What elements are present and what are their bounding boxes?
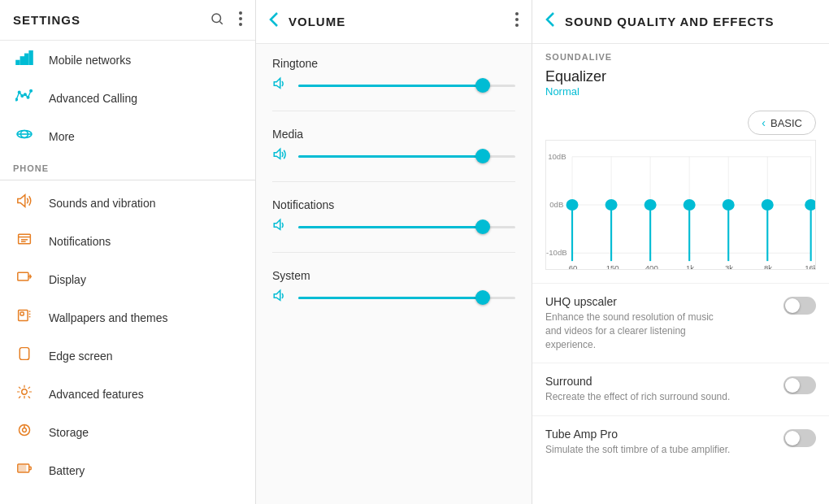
sidebar-item-wallpapers[interactable]: Wallpapers and themes <box>0 298 255 337</box>
more-options-button[interactable] <box>239 11 242 28</box>
header-icons <box>210 11 242 28</box>
sidebar-item-mobile-networks[interactable]: Mobile networks <box>0 41 255 79</box>
svg-text:0dB: 0dB <box>549 201 563 209</box>
svg-text:-10dB: -10dB <box>546 250 567 258</box>
advanced-calling-label: Advanced Calling <box>49 92 137 105</box>
right-panel: SOUND QUALITY AND EFFECTS SOUNDALIVE Equ… <box>532 0 829 504</box>
volume-title: VOLUME <box>289 15 506 28</box>
display-label: Display <box>49 273 86 286</box>
volume-section: Ringtone Media <box>256 44 532 336</box>
tube-amp-title: Tube Amp Pro <box>545 428 730 441</box>
svg-rect-8 <box>29 51 33 65</box>
ringtone-label: Ringtone <box>272 57 515 70</box>
sidebar-item-battery[interactable]: Battery <box>0 451 255 489</box>
svg-point-0 <box>212 14 221 23</box>
system-slider[interactable] <box>298 289 515 306</box>
svg-point-14 <box>15 98 17 101</box>
notifications-volume-item: Notifications <box>272 198 515 236</box>
svg-rect-24 <box>19 234 31 243</box>
sidebar-item-more[interactable]: More <box>0 117 255 155</box>
sound-quality-back-button[interactable] <box>545 11 555 32</box>
volume-more-button[interactable] <box>515 12 519 31</box>
svg-line-1 <box>219 21 222 24</box>
soundalive-label: SOUNDALIVE <box>532 44 829 65</box>
left-panel: SETTINGS Mobile networks <box>0 0 256 504</box>
sounds-vibration-icon <box>13 193 36 212</box>
svg-marker-49 <box>274 149 280 159</box>
notifications-slider[interactable] <box>298 219 515 235</box>
svg-marker-23 <box>18 195 25 207</box>
eq-chart-svg: 10dB 0dB -10dB 60 150 400 1k 3k <box>546 141 815 269</box>
svg-marker-48 <box>274 78 280 88</box>
sounds-vibration-label: Sounds and vibration <box>49 197 156 210</box>
uhq-text: UHQ upscaler Enhance the sound resolutio… <box>545 295 732 351</box>
svg-point-46 <box>515 18 519 21</box>
media-label: Media <box>272 128 515 141</box>
svg-text:10dB: 10dB <box>548 153 566 161</box>
media-slider[interactable] <box>298 148 515 164</box>
svg-point-78 <box>723 199 735 211</box>
svg-text:1k: 1k <box>686 264 695 269</box>
svg-rect-7 <box>25 54 28 66</box>
svg-point-17 <box>24 93 27 96</box>
svg-text:16k: 16k <box>805 264 815 269</box>
tube-amp-toggle[interactable] <box>783 429 816 447</box>
media-volume-item: Media <box>272 128 515 165</box>
system-volume-item: System <box>272 269 515 306</box>
svg-text:400: 400 <box>645 264 658 269</box>
ringtone-volume-item: Ringtone <box>272 57 515 94</box>
svg-marker-50 <box>274 219 280 229</box>
battery-label: Battery <box>49 464 85 477</box>
svg-point-66 <box>566 199 579 211</box>
surround-text: Surround Recreate the effect of rich sur… <box>545 375 730 404</box>
advanced-features-label: Advanced features <box>49 388 144 401</box>
notifications-label: Notifications <box>49 235 111 248</box>
sidebar-item-sounds-vibration[interactable]: Sounds and vibration <box>0 184 255 222</box>
svg-point-2 <box>239 11 242 15</box>
surround-item: Surround Recreate the effect of rich sur… <box>532 363 829 415</box>
svg-point-16 <box>21 95 24 98</box>
storage-label: Storage <box>49 426 89 439</box>
svg-point-3 <box>239 17 242 20</box>
sidebar-item-advanced-features[interactable]: Advanced features <box>0 375 255 413</box>
sidebar-item-storage[interactable]: Storage <box>0 413 255 451</box>
sidebar-item-display[interactable]: Display <box>0 260 255 298</box>
surround-toggle[interactable] <box>783 376 816 394</box>
svg-point-18 <box>27 96 29 98</box>
wallpapers-label: Wallpapers and themes <box>49 311 168 324</box>
media-row <box>272 147 515 165</box>
ringtone-slider[interactable] <box>298 77 515 93</box>
svg-text:3k: 3k <box>725 264 734 269</box>
section-divider <box>0 180 255 180</box>
sidebar-item-advanced-calling[interactable]: Advanced Calling <box>0 79 255 117</box>
svg-rect-44 <box>19 466 25 471</box>
sidebar-item-notifications[interactable]: Notifications <box>0 222 255 260</box>
more-icon <box>13 127 36 146</box>
basic-btn-row: ‹ BASIC <box>532 106 829 140</box>
svg-text:150: 150 <box>606 264 619 269</box>
media-icon <box>272 147 290 165</box>
settings-title: SETTINGS <box>13 13 80 27</box>
svg-point-38 <box>23 428 27 432</box>
volume-back-button[interactable] <box>269 11 279 32</box>
uhq-toggle[interactable] <box>783 297 816 315</box>
mobile-networks-label: Mobile networks <box>49 54 131 67</box>
more-label: More <box>49 130 75 143</box>
display-icon <box>13 270 36 289</box>
sidebar-item-edge-screen[interactable]: Edge screen <box>0 337 255 375</box>
system-label: System <box>272 269 515 282</box>
equalizer-section: Equalizer Normal <box>532 65 829 106</box>
basic-label: BASIC <box>770 117 802 129</box>
edge-screen-label: Edge screen <box>49 350 113 363</box>
eq-chart: 10dB 0dB -10dB 60 150 400 1k 3k <box>545 140 816 270</box>
equalizer-subtitle: Normal <box>545 85 816 98</box>
svg-rect-6 <box>21 57 24 65</box>
tube-amp-desc: Simulate the soft timbre of a tube ampli… <box>545 443 730 457</box>
basic-button[interactable]: ‹ BASIC <box>748 111 816 135</box>
mobile-networks-icon <box>13 50 36 69</box>
search-button[interactable] <box>210 11 224 28</box>
surround-desc: Recreate the effect of rich surround sou… <box>545 390 730 404</box>
tube-amp-text: Tube Amp Pro Simulate the soft timbre of… <box>545 428 730 457</box>
system-icon <box>272 289 290 306</box>
uhq-upscaler-item: UHQ upscaler Enhance the sound resolutio… <box>532 283 829 363</box>
